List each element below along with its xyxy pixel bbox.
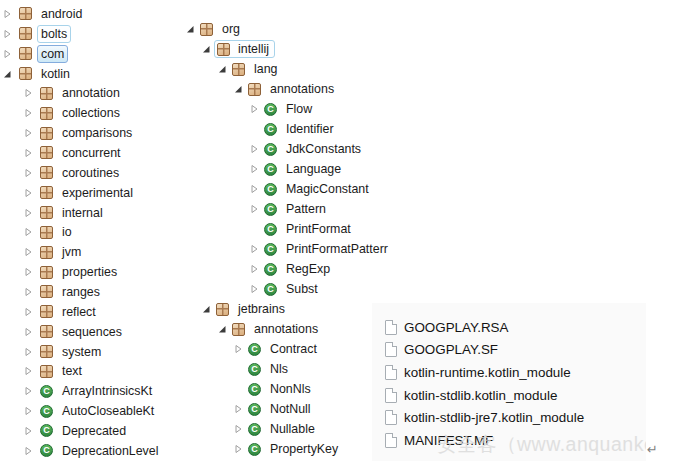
collapsed-arrow[interactable] — [24, 347, 40, 357]
collapsed-arrow[interactable] — [24, 208, 40, 218]
tree-item-notnull[interactable]: NotNull — [186, 399, 392, 419]
tree-item-label: annotations — [250, 320, 322, 338]
collapsed-arrow[interactable] — [250, 164, 264, 174]
tree-item-ranges[interactable]: ranges — [3, 282, 162, 302]
collapsed-arrow[interactable] — [250, 104, 264, 114]
tree-item-flow[interactable]: Flow — [186, 99, 392, 119]
tree-item-jetbrains[interactable]: jetbrains — [186, 299, 392, 319]
tree-item-magicconstant[interactable]: MagicConstant — [186, 179, 392, 199]
tree-item-annotations[interactable]: annotations — [186, 319, 392, 339]
collapsed-arrow[interactable] — [250, 284, 264, 294]
file-name: kotlin-stdlib-jre7.kotlin_module — [404, 410, 584, 425]
package-icon — [40, 206, 53, 219]
collapsed-arrow[interactable] — [234, 424, 248, 434]
collapsed-arrow[interactable] — [250, 204, 264, 214]
expanded-arrow[interactable] — [218, 64, 232, 74]
collapsed-arrow[interactable] — [250, 244, 264, 254]
expanded-arrow[interactable] — [218, 324, 232, 334]
tree-item-intellij[interactable]: intellij — [186, 39, 392, 59]
tree-item-bolts[interactable]: bolts — [3, 24, 162, 44]
collapsed-arrow[interactable] — [24, 287, 40, 297]
tree-item-annotation[interactable]: annotation — [3, 83, 162, 103]
collapsed-arrow[interactable] — [234, 444, 248, 454]
collapsed-arrow[interactable] — [3, 9, 19, 19]
tree-item-system[interactable]: system — [3, 342, 162, 362]
package-tree-middle: orgintellijlangannotationsFlowIdentifier… — [186, 19, 392, 461]
collapsed-arrow[interactable] — [250, 144, 264, 154]
collapsed-arrow[interactable] — [24, 168, 40, 178]
collapsed-arrow[interactable] — [24, 446, 40, 456]
tree-item-deprecated[interactable]: Deprecated — [3, 421, 162, 441]
file-row[interactable]: GOOGPLAY.RSA — [385, 316, 646, 339]
tree-item-reflect[interactable]: reflect — [3, 302, 162, 322]
tree-item-printformatpatterr[interactable]: PrintFormatPatterr — [186, 239, 392, 259]
tree-item-com[interactable]: com — [3, 44, 162, 64]
tree-item-annotations[interactable]: annotations — [186, 79, 392, 99]
collapsed-arrow[interactable] — [24, 267, 40, 277]
collapsed-arrow[interactable] — [24, 327, 40, 337]
collapsed-arrow[interactable] — [3, 49, 19, 59]
tree-item-propertykey[interactable]: PropertyKey — [186, 439, 392, 459]
collapsed-arrow[interactable] — [24, 227, 40, 237]
tree-item-io[interactable]: io — [3, 222, 162, 242]
package-icon — [40, 345, 53, 358]
tree-item-nullable[interactable]: Nullable — [186, 419, 392, 439]
tree-item-contract[interactable]: Contract — [186, 339, 392, 359]
tree-item-text[interactable]: text — [3, 361, 162, 381]
collapsed-arrow[interactable] — [24, 247, 40, 257]
collapsed-arrow[interactable] — [24, 188, 40, 198]
file-row[interactable]: kotlin-stdlib-jre7.kotlin_module — [385, 406, 646, 429]
tree-item-jdkconstants[interactable]: JdkConstants — [186, 139, 392, 159]
tree-item-properties[interactable]: properties — [3, 262, 162, 282]
tree-item-coroutines[interactable]: coroutines — [3, 163, 162, 183]
file-row[interactable]: GOOGPLAY.SF — [385, 339, 646, 362]
tree-item-label: system — [58, 343, 105, 361]
class-icon — [40, 385, 53, 398]
tree-item-kotlin[interactable]: kotlin — [3, 64, 162, 84]
tree-item-concurrent[interactable]: concurrent — [3, 143, 162, 163]
collapsed-arrow[interactable] — [24, 88, 40, 98]
expanded-arrow[interactable] — [3, 69, 19, 79]
collapsed-arrow[interactable] — [24, 128, 40, 138]
tree-item-org[interactable]: org — [186, 19, 392, 39]
tree-item-autocloseablekt[interactable]: AutoCloseableKt — [3, 401, 162, 421]
tree-item-android[interactable]: android — [3, 4, 162, 24]
collapsed-arrow[interactable] — [250, 184, 264, 194]
collapsed-arrow[interactable] — [24, 426, 40, 436]
tree-item-label: PrintFormat — [282, 220, 355, 238]
collapse-arrow-icon — [24, 188, 33, 198]
collapsed-arrow[interactable] — [234, 404, 248, 414]
collapsed-arrow[interactable] — [234, 344, 248, 354]
tree-item-language[interactable]: Language — [186, 159, 392, 179]
tree-item-nls[interactable]: Nls — [186, 359, 392, 379]
tree-item-experimental[interactable]: experimental — [3, 183, 162, 203]
file-row[interactable]: kotlin-runtime.kotlin_module — [385, 361, 646, 384]
expanded-arrow[interactable] — [202, 304, 216, 314]
collapsed-arrow[interactable] — [250, 264, 264, 274]
collapsed-arrow[interactable] — [24, 386, 40, 396]
tree-item-regexp[interactable]: RegExp — [186, 259, 392, 279]
tree-item-lang[interactable]: lang — [186, 59, 392, 79]
tree-item-sequences[interactable]: sequences — [3, 322, 162, 342]
file-row[interactable]: kotlin-stdlib.kotlin_module — [385, 384, 646, 407]
tree-item-deprecationlevel[interactable]: DeprecationLevel — [3, 441, 162, 461]
tree-item-pattern[interactable]: Pattern — [186, 199, 392, 219]
tree-item-printformat[interactable]: PrintFormat — [186, 219, 392, 239]
collapsed-arrow[interactable] — [24, 366, 40, 376]
tree-item-nonnls[interactable]: NonNls — [186, 379, 392, 399]
tree-item-comparisons[interactable]: comparisons — [3, 123, 162, 143]
tree-item-identifier[interactable]: Identifier — [186, 119, 392, 139]
collapsed-arrow[interactable] — [24, 406, 40, 416]
collapse-arrow-icon — [24, 267, 33, 277]
tree-item-subst[interactable]: Subst — [186, 279, 392, 299]
collapsed-arrow[interactable] — [3, 29, 19, 39]
collapsed-arrow[interactable] — [24, 148, 40, 158]
tree-item-collections[interactable]: collections — [3, 103, 162, 123]
tree-item-jvm[interactable]: jvm — [3, 242, 162, 262]
expanded-arrow[interactable] — [234, 84, 248, 94]
tree-item-internal[interactable]: internal — [3, 203, 162, 223]
tree-item-arrayintrinsicskt[interactable]: ArrayIntrinsicsKt — [3, 381, 162, 401]
collapsed-arrow[interactable] — [24, 108, 40, 118]
collapsed-arrow[interactable] — [24, 307, 40, 317]
expanded-arrow[interactable] — [186, 24, 200, 34]
